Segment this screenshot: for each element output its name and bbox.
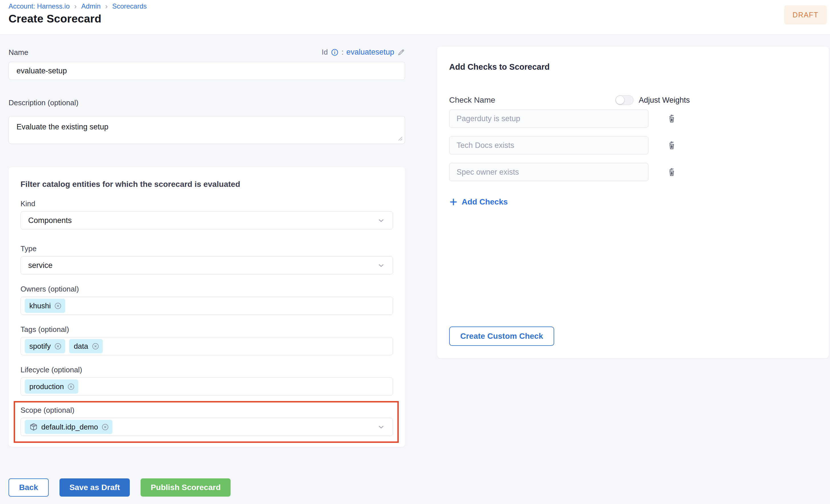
chip-remove-icon[interactable]	[101, 423, 109, 431]
status-badge: DRAFT	[784, 5, 827, 25]
check-row	[449, 136, 817, 155]
plus-icon	[449, 198, 458, 206]
type-select-value: service	[28, 261, 53, 270]
chip-text: khushi	[29, 301, 51, 310]
breadcrumb-account-link[interactable]: Account: Harness.io	[8, 2, 70, 10]
add-checks-label: Add Checks	[462, 197, 508, 206]
breadcrumb-scorecards-link[interactable]: Scorecards	[112, 2, 147, 10]
adjust-weights-toggle[interactable]	[615, 95, 634, 105]
add-checks-button[interactable]: Add Checks	[449, 197, 508, 206]
add-checks-panel: Add Checks to Scorecard Check Name Adjus…	[437, 47, 829, 358]
owners-group: Owners (optional) khushi	[21, 285, 393, 315]
delete-check-button[interactable]	[667, 167, 677, 177]
check-name-row: Check Name Adjust Weights	[449, 94, 817, 106]
filter-card: Filter catalog entities for which the sc…	[8, 167, 405, 447]
chip-text: production	[29, 382, 64, 391]
owners-label: Owners (optional)	[21, 285, 393, 293]
checks-panel-heading: Add Checks to Scorecard	[449, 62, 817, 72]
name-label: Name	[8, 48, 28, 57]
lifecycle-label: Lifecycle (optional)	[21, 366, 393, 374]
scope-group: Scope (optional) default.idp_demo	[21, 406, 393, 436]
description-field: Evaluate the existing setup	[8, 116, 405, 144]
trash-icon	[667, 167, 677, 177]
type-select[interactable]: service	[21, 256, 393, 274]
tags-label: Tags (optional)	[21, 325, 393, 334]
scope-label: Scope (optional)	[21, 406, 393, 414]
tag-chip: spotify	[25, 339, 65, 353]
tags-group: Tags (optional) spotify data	[21, 325, 393, 355]
kind-select-value: Components	[28, 216, 72, 225]
chip-remove-icon[interactable]	[92, 342, 99, 350]
id-label: Id	[322, 48, 328, 57]
lifecycle-chip: production	[25, 379, 78, 394]
type-group: Type service	[21, 244, 393, 274]
checks-list	[449, 109, 817, 181]
publish-scorecard-button[interactable]: Publish Scorecard	[140, 478, 230, 497]
id-value[interactable]: evaluatesetup	[346, 48, 394, 57]
chevron-down-icon	[377, 423, 385, 431]
scope-chip: default.idp_demo	[25, 420, 113, 434]
trash-icon	[667, 113, 677, 124]
chip-remove-icon[interactable]	[67, 383, 75, 391]
back-button[interactable]: Back	[8, 478, 49, 497]
tag-chip: data	[69, 339, 103, 353]
kind-select[interactable]: Components	[21, 211, 393, 230]
page-title: Create Scorecard	[8, 12, 101, 25]
description-label: Description (optional)	[8, 98, 78, 107]
delete-check-button[interactable]	[667, 140, 677, 150]
filter-heading: Filter catalog entities for which the sc…	[21, 179, 393, 189]
check-name-label: Check Name	[449, 96, 495, 104]
toggle-knob	[616, 96, 625, 104]
name-row: Name Id : evaluatesetup	[8, 48, 405, 57]
adjust-weights-group: Adjust Weights	[615, 94, 690, 106]
check-row	[449, 109, 817, 128]
lifecycle-group: Lifecycle (optional) production	[21, 366, 393, 396]
info-icon[interactable]	[331, 48, 339, 56]
form-actions: Back Save as Draft Publish Scorecard	[8, 478, 230, 497]
description-textarea[interactable]: Evaluate the existing setup	[8, 116, 405, 144]
chip-remove-icon[interactable]	[54, 302, 62, 310]
breadcrumb: Account: Harness.io › Admin › Scorecards	[8, 2, 147, 10]
lifecycle-input[interactable]: production	[21, 377, 393, 396]
chip-text: spotify	[29, 342, 51, 350]
save-as-draft-button[interactable]: Save as Draft	[60, 478, 130, 497]
owner-chip: khushi	[25, 299, 65, 313]
type-label: Type	[21, 244, 393, 253]
tags-input[interactable]: spotify data	[21, 337, 393, 355]
page-header: Account: Harness.io › Admin › Scorecards…	[0, 0, 830, 35]
check-row	[449, 163, 817, 181]
owners-input[interactable]: khushi	[21, 297, 393, 315]
breadcrumb-admin-link[interactable]: Admin	[81, 2, 100, 10]
check-name-input[interactable]	[449, 163, 648, 181]
scope-select[interactable]: default.idp_demo	[21, 418, 393, 436]
name-input[interactable]	[8, 62, 405, 80]
chevron-down-icon	[377, 216, 385, 225]
kind-label: Kind	[21, 199, 393, 208]
check-name-input[interactable]	[449, 109, 648, 128]
kind-group: Kind Components	[21, 199, 393, 230]
chevron-down-icon	[377, 261, 385, 270]
breadcrumb-separator: ›	[74, 3, 77, 10]
check-name-input[interactable]	[449, 136, 648, 155]
chip-remove-icon[interactable]	[54, 342, 62, 350]
pencil-icon[interactable]	[397, 48, 405, 56]
trash-icon	[667, 140, 677, 150]
chip-text: data	[74, 342, 88, 350]
delete-check-button[interactable]	[667, 113, 677, 124]
id-separator: :	[342, 48, 344, 57]
package-icon	[29, 423, 38, 431]
chip-text: default.idp_demo	[41, 423, 98, 431]
create-custom-check-button[interactable]: Create Custom Check	[449, 327, 554, 346]
adjust-weights-label: Adjust Weights	[639, 96, 690, 105]
id-group: Id : evaluatesetup	[322, 48, 405, 57]
breadcrumb-separator: ›	[105, 3, 107, 10]
